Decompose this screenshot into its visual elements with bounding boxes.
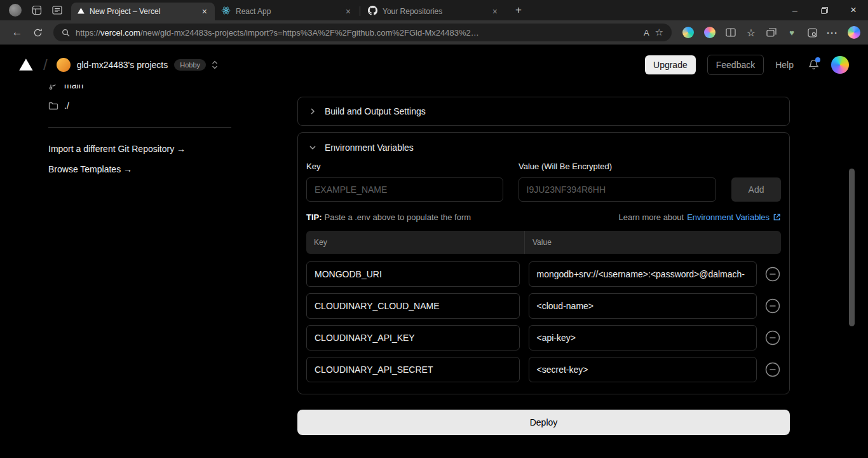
- upgrade-button[interactable]: Upgrade: [645, 55, 696, 74]
- settings-more-icon[interactable]: ···: [823, 23, 842, 42]
- github-favicon: [368, 6, 377, 17]
- minimize-button[interactable]: –: [780, 0, 810, 20]
- env-row-value[interactable]: <secret-key>: [529, 357, 757, 382]
- folder-icon: [48, 101, 58, 111]
- env-row-key[interactable]: CLOUDINARY_API_KEY: [306, 325, 520, 350]
- deploy-button[interactable]: Deploy: [297, 410, 790, 435]
- table-header-key: Key: [306, 231, 524, 254]
- tab-title: New Project – Vercel: [90, 7, 196, 16]
- team-avatar: [57, 58, 71, 72]
- search-icon: [62, 29, 70, 37]
- url-text: https://vercel.com/new/gld-mx24483s-proj…: [76, 28, 638, 38]
- notification-dot: [815, 57, 820, 62]
- browse-templates-link[interactable]: Browse Templates →: [48, 164, 231, 174]
- key-label: Key: [306, 162, 519, 171]
- close-window-button[interactable]: ×: [839, 0, 868, 20]
- copilot-icon[interactable]: [848, 26, 860, 39]
- env-row-value[interactable]: <api-key>: [529, 325, 757, 350]
- table-header-value: Value: [524, 231, 781, 254]
- env-section-title: Environment Variables: [325, 142, 414, 153]
- team-name[interactable]: gld-mx24483's projects: [77, 60, 168, 70]
- tab-title: Your Repositories: [383, 7, 486, 16]
- env-section-header[interactable]: Environment Variables: [298, 133, 789, 153]
- import-sidebar: main ./ Import a different Git Repositor…: [48, 85, 231, 174]
- address-bar[interactable]: https://vercel.com/new/gld-mx24483s-proj…: [53, 24, 672, 41]
- remove-env-icon[interactable]: [764, 266, 781, 282]
- git-branch-icon: [48, 85, 58, 90]
- workspaces-toolbar-icon[interactable]: [803, 23, 822, 42]
- favorite-star-icon[interactable]: ☆: [655, 27, 663, 38]
- extension-icon[interactable]: [682, 27, 694, 38]
- root-directory-row[interactable]: ./: [48, 99, 231, 112]
- user-avatar[interactable]: [831, 56, 849, 74]
- env-input-labels: Key Value (Will Be Encrypted): [298, 162, 789, 171]
- tab-bar-left-controls: [0, 0, 71, 20]
- tab-your-repositories[interactable]: Your Repositories ×: [362, 3, 505, 20]
- add-env-button[interactable]: Add: [731, 177, 781, 202]
- remove-env-icon[interactable]: [764, 361, 781, 378]
- tab-close-icon[interactable]: ×: [344, 6, 352, 17]
- collections-icon[interactable]: [762, 23, 781, 42]
- window-controls: – ×: [780, 0, 868, 20]
- new-tab-button[interactable]: +: [510, 2, 527, 18]
- remove-env-icon[interactable]: [764, 298, 781, 314]
- env-tip-row: TIP:Paste a .env above to populate the f…: [298, 212, 789, 222]
- import-project-form: Build and Output Settings Environment Va…: [297, 85, 790, 435]
- browser-toolbar: ← https://vercel.com/new/gld-mx24483s-pr…: [0, 20, 868, 45]
- tab-new-project-vercel[interactable]: New Project – Vercel ×: [71, 3, 215, 20]
- browser-essentials-icon[interactable]: ♥: [782, 23, 801, 42]
- tab-close-icon[interactable]: ×: [491, 6, 499, 17]
- header-actions: Upgrade Feedback Help: [645, 55, 849, 75]
- value-label: Value (Will Be Encrypted): [519, 162, 612, 171]
- env-key-input[interactable]: [306, 177, 503, 202]
- back-icon[interactable]: ←: [8, 23, 27, 42]
- env-row: CLOUDINARY_CLOUD_NAME <cloud-name>: [306, 293, 781, 319]
- page-scrollbar[interactable]: [849, 169, 855, 326]
- vercel-logo[interactable]: [19, 59, 33, 71]
- vercel-header: / gld-mx24483's projects Hobby Upgrade F…: [0, 45, 868, 85]
- url-path: /new/gld-mx24483s-projects/import?s=http…: [140, 28, 479, 38]
- workspaces-icon[interactable]: [32, 5, 42, 15]
- import-different-repo-link[interactable]: Import a different Git Repository →: [48, 144, 231, 154]
- branch-row-clipped: main: [48, 85, 231, 92]
- env-row-key[interactable]: CLOUDINARY_API_SECRET: [306, 357, 520, 382]
- env-row: CLOUDINARY_API_SECRET <secret-key>: [306, 357, 781, 382]
- env-row-value[interactable]: mongodb+srv://<username>:<password>@dalm…: [529, 261, 757, 287]
- env-row-key[interactable]: MONGODB_URI: [306, 261, 520, 287]
- feedback-button[interactable]: Feedback: [707, 55, 764, 75]
- plan-badge: Hobby: [174, 59, 206, 71]
- read-aloud-icon[interactable]: A: [644, 28, 649, 38]
- tab-separator: [360, 6, 360, 16]
- help-link[interactable]: Help: [775, 60, 794, 70]
- header-slash-divider: /: [43, 56, 48, 74]
- learn-more-text: Learn more about Environment Variables: [619, 212, 781, 222]
- tab-react-app[interactable]: React App ×: [215, 3, 358, 20]
- favorites-icon[interactable]: ☆: [742, 23, 761, 42]
- browser-tab-bar: New Project – Vercel × React App × Your …: [0, 0, 868, 20]
- env-row-value[interactable]: <cloud-name>: [529, 293, 757, 319]
- external-link-icon: [773, 213, 781, 221]
- tab-close-icon[interactable]: ×: [201, 6, 208, 17]
- env-variables-link[interactable]: Environment Variables: [687, 212, 770, 222]
- notifications-bell-icon[interactable]: [808, 59, 820, 71]
- refresh-icon[interactable]: [28, 23, 47, 42]
- env-input-row: Add: [298, 177, 789, 202]
- branch-name: main: [64, 85, 83, 90]
- chevron-down-icon: [309, 144, 316, 151]
- environment-variables-section: Environment Variables Key Value (Will Be…: [297, 132, 790, 394]
- team-switcher-icon[interactable]: [211, 60, 219, 70]
- tip-body: Paste a .env above to populate the form: [325, 212, 471, 222]
- tab-actions-icon[interactable]: [52, 6, 62, 15]
- sidebar-divider: [48, 127, 231, 128]
- env-table-header: Key Value: [306, 231, 781, 254]
- remove-env-icon[interactable]: [764, 330, 781, 346]
- extension-icon-2[interactable]: [704, 27, 715, 38]
- split-screen-icon[interactable]: [721, 23, 740, 42]
- build-output-settings-section[interactable]: Build and Output Settings: [297, 97, 790, 126]
- env-row-key[interactable]: CLOUDINARY_CLOUD_NAME: [306, 293, 520, 319]
- env-value-input[interactable]: [519, 177, 717, 202]
- browser-profile-avatar[interactable]: [9, 4, 22, 17]
- env-row: CLOUDINARY_API_KEY <api-key>: [306, 325, 781, 350]
- restore-button[interactable]: [810, 0, 839, 20]
- url-domain: vercel.com: [100, 28, 140, 38]
